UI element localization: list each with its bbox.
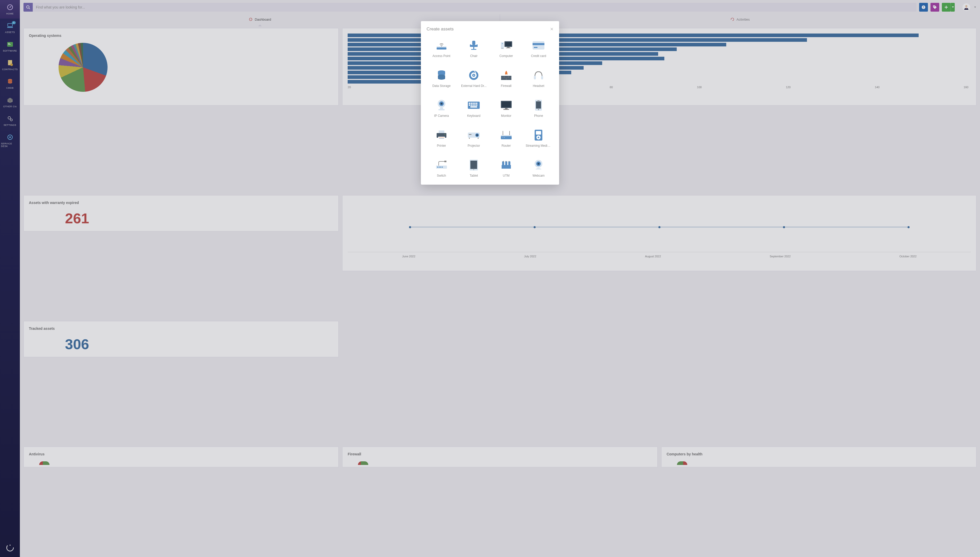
svg-rect-108	[439, 166, 440, 168]
svg-rect-71	[470, 104, 472, 106]
ip-camera-icon	[435, 99, 448, 111]
modal-title: Create assets	[427, 26, 454, 32]
keyboard-icon	[467, 99, 481, 111]
access-point-icon	[435, 40, 448, 51]
svg-rect-57	[534, 76, 536, 80]
utm-icon	[499, 160, 513, 171]
firewall-icon	[499, 70, 513, 81]
svg-rect-77	[501, 102, 511, 107]
svg-point-124	[537, 163, 539, 165]
svg-rect-73	[474, 104, 475, 106]
svg-rect-113	[470, 161, 477, 169]
svg-rect-35	[477, 44, 478, 47]
svg-rect-74	[476, 104, 477, 106]
asset-tile-ip-camera[interactable]: IP Camera	[427, 98, 456, 120]
svg-rect-116	[505, 161, 507, 165]
svg-rect-68	[474, 103, 475, 104]
svg-rect-32	[473, 47, 474, 49]
svg-rect-119	[503, 161, 504, 162]
switch-icon	[435, 160, 448, 171]
webcam-icon	[532, 160, 545, 171]
computer-icon	[499, 40, 513, 51]
close-button[interactable]: ×	[550, 26, 553, 33]
svg-rect-65	[469, 103, 470, 104]
svg-point-51	[473, 75, 474, 76]
create-assets-modal: Create assets × Access Point Chair	[421, 21, 559, 185]
asset-tile-phone[interactable]: Phone	[524, 98, 554, 120]
asset-tile-computer[interactable]: Computer	[491, 37, 521, 60]
credit-card-icon	[532, 40, 545, 51]
asset-tile-chair[interactable]: Chair	[459, 37, 489, 60]
svg-point-114	[474, 169, 474, 170]
projector-icon	[467, 129, 481, 141]
asset-tile-firewall[interactable]: Firewall	[491, 68, 521, 90]
svg-rect-111	[444, 161, 446, 162]
svg-rect-72	[472, 104, 474, 106]
svg-rect-109	[440, 166, 441, 168]
svg-rect-69	[476, 103, 477, 104]
svg-rect-66	[470, 103, 472, 104]
svg-rect-43	[532, 41, 544, 49]
asset-tile-headset[interactable]: Headset	[524, 68, 554, 90]
svg-point-89	[444, 134, 445, 135]
router-icon	[499, 129, 513, 141]
svg-rect-67	[472, 103, 474, 104]
svg-rect-115	[502, 161, 504, 165]
asset-tile-monitor[interactable]: Monitor	[491, 98, 521, 120]
svg-rect-75	[470, 106, 477, 107]
svg-rect-31	[470, 45, 477, 47]
asset-tile-switch[interactable]: Switch	[427, 157, 456, 179]
svg-rect-70	[469, 104, 470, 106]
svg-rect-81	[536, 101, 541, 109]
asset-tile-router[interactable]: Router	[491, 127, 521, 150]
monitor-icon	[499, 99, 513, 111]
svg-point-100	[503, 137, 503, 138]
tablet-icon	[467, 160, 481, 171]
svg-rect-33	[471, 49, 476, 50]
asset-tile-printer[interactable]: Printer	[427, 127, 456, 150]
svg-point-41	[502, 43, 503, 44]
svg-rect-96	[501, 136, 512, 139]
svg-rect-121	[509, 161, 510, 162]
svg-rect-117	[508, 161, 510, 165]
svg-rect-120	[506, 161, 506, 162]
asset-tile-tablet[interactable]: Tablet	[459, 157, 489, 179]
asset-tile-projector[interactable]: Projector	[459, 127, 489, 150]
headset-icon	[532, 70, 545, 81]
svg-rect-62	[440, 107, 443, 109]
chair-icon	[467, 40, 481, 51]
asset-tile-data-storage[interactable]: Data Storage	[427, 68, 456, 90]
svg-rect-78	[505, 108, 508, 109]
svg-rect-86	[438, 137, 445, 140]
svg-point-82	[538, 109, 539, 110]
svg-rect-83	[537, 100, 539, 101]
svg-point-29	[441, 46, 442, 47]
svg-point-95	[478, 138, 479, 139]
svg-rect-30	[472, 41, 475, 45]
svg-point-92	[476, 134, 478, 136]
asset-tile-webcam[interactable]: Webcam	[524, 157, 554, 179]
modal-overlay[interactable]: Create assets × Access Point Chair	[0, 0, 980, 557]
svg-rect-63	[438, 109, 444, 111]
svg-rect-79	[503, 109, 509, 110]
streaming-media-icon	[532, 129, 545, 141]
svg-rect-84	[439, 130, 444, 133]
asset-tile-keyboard[interactable]: Keyboard	[459, 98, 489, 120]
external-hd-icon	[467, 70, 481, 81]
svg-rect-103	[536, 131, 541, 135]
asset-tile-external-hd[interactable]: External Hard Dr...	[459, 68, 489, 90]
asset-tile-access-point[interactable]: Access Point	[427, 37, 456, 60]
asset-tile-utm[interactable]: UTM	[491, 157, 521, 179]
svg-point-94	[469, 138, 470, 139]
svg-rect-107	[437, 166, 438, 168]
svg-rect-27	[436, 47, 446, 49]
svg-rect-58	[541, 76, 543, 80]
svg-rect-110	[442, 166, 443, 168]
svg-point-61	[441, 103, 443, 105]
data-storage-icon	[435, 70, 448, 81]
svg-rect-39	[506, 48, 511, 48]
close-icon: ×	[550, 26, 553, 32]
asset-tile-credit-card[interactable]: Credit card	[524, 37, 554, 60]
asset-tile-streaming[interactable]: Streaming Media...	[524, 127, 554, 150]
svg-rect-93	[469, 134, 471, 135]
